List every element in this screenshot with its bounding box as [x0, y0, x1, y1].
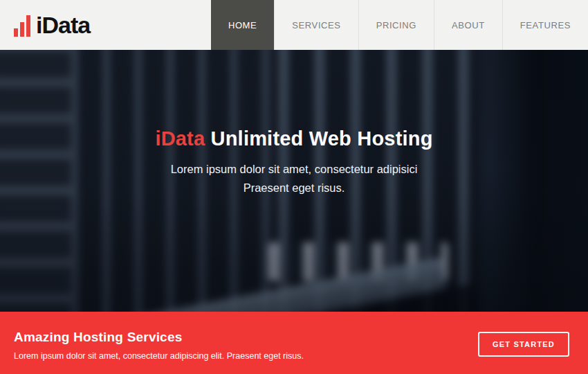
brand-name: iData — [36, 12, 90, 39]
cta-band: Amazing Hosting Services Lorem ipsum dol… — [0, 312, 588, 374]
main-nav: HOME SERVICES PRICING ABOUT FEATURES — [211, 0, 588, 50]
cta-text: Lorem ipsum dolor sit amet, consectetur … — [14, 351, 304, 361]
cta-heading: Amazing Hosting Services — [14, 330, 304, 345]
nav-item-services[interactable]: SERVICES — [274, 0, 358, 50]
get-started-button[interactable]: GET STARTED — [478, 332, 569, 357]
logo[interactable]: iData — [0, 0, 90, 50]
cta-copy: Amazing Hosting Services Lorem ipsum dol… — [14, 326, 304, 361]
nav-item-pricing[interactable]: PRICING — [358, 0, 434, 50]
hero-title-rest: Unlimited Web Hosting — [211, 127, 433, 150]
nav-item-features[interactable]: FEATURES — [502, 0, 588, 50]
hero-subtitle: Lorem ipsum dolor sit amet, consectetur … — [0, 160, 588, 197]
hero-title: iData Unlimited Web Hosting — [0, 127, 588, 150]
page: iData HOME SERVICES PRICING ABOUT FEATUR… — [0, 0, 588, 374]
bar-chart-icon — [14, 13, 30, 37]
nav-item-about[interactable]: ABOUT — [434, 0, 502, 50]
hero-subtitle-line2: Praesent eget risus. — [0, 179, 588, 197]
header: iData HOME SERVICES PRICING ABOUT FEATUR… — [0, 0, 588, 50]
hero-section: iData Unlimited Web Hosting Lorem ipsum … — [0, 50, 588, 312]
hero-subtitle-line1: Lorem ipsum dolor sit amet, consectetur … — [0, 160, 588, 179]
nav-item-home[interactable]: HOME — [211, 0, 274, 50]
hero-content: iData Unlimited Web Hosting Lorem ipsum … — [0, 50, 588, 197]
hero-title-highlight: iData — [155, 127, 205, 150]
